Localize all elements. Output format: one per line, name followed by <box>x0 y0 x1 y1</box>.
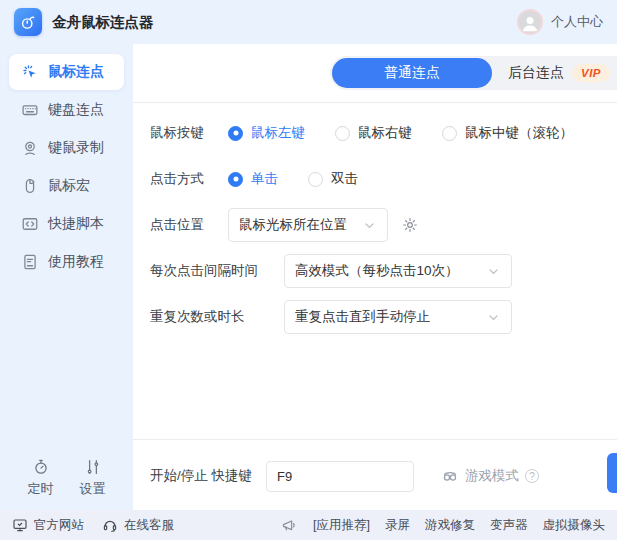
sidebar-item-label: 键盘连点 <box>48 101 104 119</box>
mouse-icon <box>21 177 39 195</box>
app-recommendations: [应用推荐] 录屏 游戏修复 变声器 虚拟摄像头 <box>281 517 605 534</box>
tab-background-click[interactable]: 后台连点 VIP <box>492 58 617 88</box>
sidebar-item-label: 使用教程 <box>48 253 104 271</box>
sidebar-item-label: 鼠标连点 <box>48 63 104 81</box>
repeat-row: 重复次数或时长 重复点击直到手动停止 <box>150 300 607 334</box>
record-icon <box>21 139 39 157</box>
avatar <box>517 9 543 35</box>
click-position-row: 点击位置 鼠标光标所在位置 <box>150 208 607 242</box>
radio-dot <box>308 172 323 187</box>
radio-mouse-middle[interactable]: 鼠标中键（滚轮） <box>442 124 573 142</box>
select-value: 重复点击直到手动停止 <box>295 308 430 326</box>
divider <box>133 439 617 440</box>
radio-label: 单击 <box>251 170 278 188</box>
sidebar: 鼠标连点 键盘连点 键鼠录制 鼠标宏 快捷脚本 <box>0 44 133 510</box>
vip-badge: VIP <box>572 64 610 82</box>
tutorial-icon <box>21 253 39 271</box>
chevron-down-icon <box>486 264 501 279</box>
radio-single-click[interactable]: 单击 <box>228 170 278 188</box>
hotkey-input[interactable] <box>266 461 414 492</box>
mouse-button-row: 鼠标按键 鼠标左键 鼠标右键 鼠标中键（滚轮） <box>150 118 607 148</box>
sidebar-item-tutorial[interactable]: 使用教程 <box>9 244 124 280</box>
online-support-link[interactable]: 在线客服 <box>102 517 174 534</box>
recommend-virtual-camera[interactable]: 虚拟摄像头 <box>543 517 606 534</box>
game-mode-label: 游戏模式 <box>465 467 519 485</box>
sidebar-item-label: 鼠标宏 <box>48 177 90 195</box>
megaphone-icon <box>281 517 298 534</box>
game-mode-icon <box>441 467 459 485</box>
user-center-button[interactable]: 个人中心 <box>517 9 603 35</box>
timer-label: 定时 <box>28 480 54 498</box>
radio-dot <box>228 126 243 141</box>
radio-label: 鼠标右键 <box>358 124 412 142</box>
chevron-down-icon <box>486 310 501 325</box>
sidebar-item-keyboard-click[interactable]: 键盘连点 <box>9 92 124 128</box>
app-logo-icon <box>14 8 42 36</box>
interval-row: 每次点击间隔时间 高效模式（每秒点击10次） <box>150 254 607 288</box>
radio-dot <box>228 172 243 187</box>
app-window: { "header": { "title": "金舟鼠标连点器", "user_… <box>0 0 617 540</box>
recommend-header: [应用推荐] <box>313 517 370 534</box>
recommend-voice-changer[interactable]: 变声器 <box>490 517 528 534</box>
repeat-select[interactable]: 重复点击直到手动停止 <box>284 300 512 334</box>
help-icon[interactable]: ? <box>525 469 539 483</box>
main-panel: 普通连点 后台连点 VIP 鼠标按键 鼠标左键 鼠标右键 鼠标中键（滚轮） <box>133 44 617 510</box>
tab-normal-click[interactable]: 普通连点 <box>332 58 492 88</box>
select-value: 鼠标光标所在位置 <box>239 216 347 234</box>
recommend-screen-recorder[interactable]: 录屏 <box>385 517 410 534</box>
timer-icon <box>32 458 50 476</box>
sidebar-item-quick-script[interactable]: 快捷脚本 <box>9 206 124 242</box>
click-mode-row: 点击方式 单击 双击 <box>150 164 607 194</box>
click-mode-label: 点击方式 <box>150 170 204 188</box>
interval-select[interactable]: 高效模式（每秒点击10次） <box>284 254 512 288</box>
monitor-icon <box>12 517 28 533</box>
click-position-select[interactable]: 鼠标光标所在位置 <box>228 208 388 242</box>
sidebar-item-label: 键鼠录制 <box>48 139 104 157</box>
mouse-click-icon <box>21 63 39 81</box>
radio-mouse-right[interactable]: 鼠标右键 <box>335 124 412 142</box>
radio-dot <box>442 126 457 141</box>
radio-label: 鼠标中键（滚轮） <box>465 124 573 142</box>
headset-icon <box>102 517 118 533</box>
user-center-label: 个人中心 <box>551 13 603 31</box>
sidebar-item-label: 快捷脚本 <box>48 215 104 233</box>
settings-icon <box>84 458 102 476</box>
title-bar: 金舟鼠标连点器 个人中心 <box>0 0 617 44</box>
settings-button[interactable]: 设置 <box>80 458 106 498</box>
click-mode-radio-group: 单击 双击 <box>228 170 358 188</box>
position-settings-button[interactable] <box>401 216 419 234</box>
recommend-game-repair[interactable]: 游戏修复 <box>425 517 475 534</box>
radio-dot <box>335 126 350 141</box>
official-website-label: 官方网站 <box>34 517 84 534</box>
radio-mouse-left[interactable]: 鼠标左键 <box>228 124 305 142</box>
sidebar-item-mouse-macro[interactable]: 鼠标宏 <box>9 168 124 204</box>
settings-label: 设置 <box>80 480 106 498</box>
select-value: 高效模式（每秒点击10次） <box>295 262 459 280</box>
divider <box>133 102 617 103</box>
online-support-label: 在线客服 <box>124 517 174 534</box>
official-website-link[interactable]: 官方网站 <box>12 517 84 534</box>
tab-background-label: 后台连点 <box>508 64 564 82</box>
sidebar-item-mouse-click[interactable]: 鼠标连点 <box>9 54 124 90</box>
start-button[interactable] <box>607 453 617 493</box>
sidebar-footer: 定时 设置 <box>0 458 133 498</box>
tab-normal-label: 普通连点 <box>384 64 440 82</box>
radio-label: 鼠标左键 <box>251 124 305 142</box>
gear-icon <box>401 216 419 234</box>
hotkey-label: 开始/停止 快捷键 <box>150 467 252 485</box>
click-position-label: 点击位置 <box>150 216 204 234</box>
sidebar-item-record[interactable]: 键鼠录制 <box>9 130 124 166</box>
hotkey-row: 开始/停止 快捷键 游戏模式 ? <box>150 456 617 496</box>
mouse-button-radio-group: 鼠标左键 鼠标右键 鼠标中键（滚轮） <box>228 124 573 142</box>
status-bar: 官方网站 在线客服 [应用推荐] 录屏 游戏修复 变声器 虚拟摄像头 <box>0 510 617 540</box>
radio-double-click[interactable]: 双击 <box>308 170 358 188</box>
chevron-down-icon <box>362 218 377 233</box>
timer-button[interactable]: 定时 <box>28 458 54 498</box>
tab-bar: 普通连点 后台连点 VIP <box>330 56 617 90</box>
repeat-label: 重复次数或时长 <box>150 308 262 326</box>
app-title: 金舟鼠标连点器 <box>52 13 154 32</box>
game-mode-toggle[interactable]: 游戏模式 ? <box>441 467 539 485</box>
interval-label: 每次点击间隔时间 <box>150 262 262 280</box>
keyboard-icon <box>21 101 39 119</box>
script-icon <box>21 215 39 233</box>
